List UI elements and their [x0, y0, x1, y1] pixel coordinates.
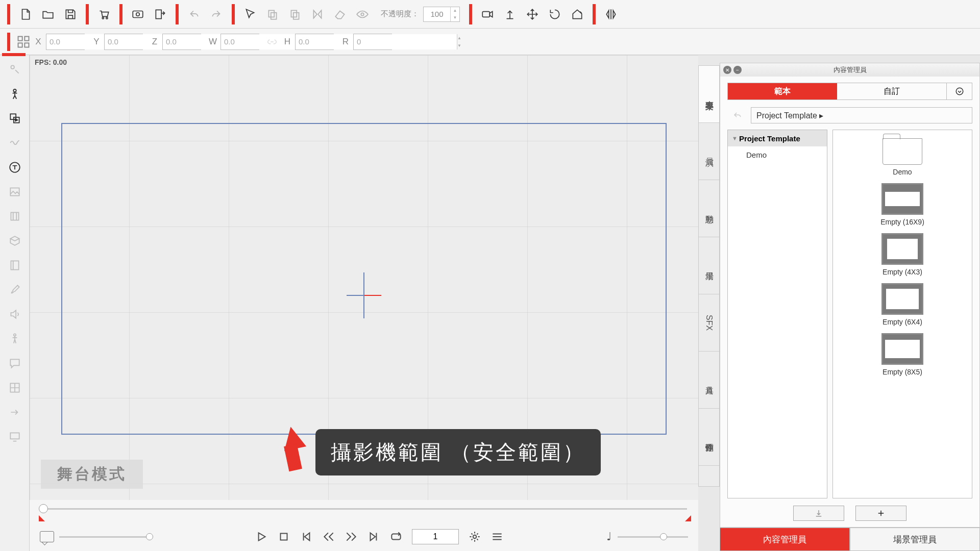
download-button[interactable]	[793, 506, 844, 521]
speaker-icon	[5, 304, 25, 324]
chat-bubble-icon[interactable]	[40, 531, 54, 542]
frame-input[interactable]	[412, 529, 459, 544]
tab-more-button[interactable]	[946, 83, 972, 99]
svg-point-27	[473, 535, 477, 539]
grid-icon	[5, 378, 25, 398]
export-button[interactable]	[149, 3, 172, 26]
tab-template[interactable]: 範本	[728, 83, 837, 99]
close-panel-icon[interactable]: ✕	[723, 66, 731, 74]
opacity-input[interactable]: ▲▼	[423, 7, 460, 22]
tab-actor[interactable]: 演員	[699, 123, 719, 180]
toolbar-separator	[7, 33, 10, 51]
move-button[interactable]	[521, 3, 544, 26]
save-file-button[interactable]	[59, 3, 82, 26]
tree-child-item[interactable]: Demo	[728, 146, 827, 163]
panel-title: 內容管理員	[834, 65, 867, 74]
camera-button[interactable]	[476, 3, 499, 26]
opacity-value[interactable]	[424, 10, 450, 18]
3d-icon	[5, 231, 25, 251]
cart-button[interactable]	[93, 3, 115, 26]
footer-tab-scene[interactable]: 場景管理員	[850, 528, 980, 551]
playbar: ♩	[30, 500, 698, 551]
range-end-marker[interactable]	[685, 515, 691, 521]
coordinate-bar: X▲▼ Y▲▼ Z▲▼ W▲▼ H▲▼ R▲▼	[0, 29, 980, 55]
tab-custom[interactable]: 自訂	[837, 83, 946, 99]
grid-icon[interactable]	[16, 35, 31, 49]
frame-number[interactable]	[412, 530, 458, 544]
coord-r-field: R▲▼	[341, 34, 392, 50]
svg-rect-11	[24, 36, 29, 40]
render-button[interactable]	[127, 3, 149, 26]
tab-props[interactable]: 道具	[699, 352, 719, 409]
breadcrumb-path[interactable]: Project Template ▸	[751, 107, 972, 123]
thumb-8x5[interactable]: Empty (8X5)	[881, 333, 923, 376]
thumb-6x4[interactable]: Empty (6X4)	[881, 283, 923, 326]
redo-button[interactable]	[205, 3, 228, 26]
first-frame-button[interactable]	[300, 530, 313, 543]
thumb-label: Empty (4X3)	[883, 268, 922, 276]
minimize-panel-icon[interactable]: −	[733, 66, 742, 74]
tab-sfx[interactable]: SFX	[699, 294, 719, 352]
rotate-button[interactable]	[544, 3, 566, 26]
range-start-marker[interactable]	[39, 515, 45, 521]
last-frame-button[interactable]	[367, 530, 380, 543]
scrub-handle[interactable]	[39, 504, 48, 513]
text-tool-icon[interactable]	[5, 157, 25, 178]
coord-r-input[interactable]	[354, 34, 457, 49]
svg-rect-2	[133, 11, 143, 17]
stop-button[interactable]	[277, 530, 290, 543]
prev-frame-button[interactable]	[322, 530, 335, 543]
svg-rect-12	[18, 43, 22, 47]
chat-icon	[5, 353, 25, 373]
tab-project[interactable]: 專案	[699, 66, 719, 123]
scrub-track[interactable]	[41, 508, 687, 510]
thumbnail-list: Demo Empty (16X9) Empty (4X3) Empty (6X4…	[832, 130, 972, 498]
zoom-slider[interactable]	[59, 536, 152, 538]
thumb-4x3[interactable]: Empty (4X3)	[881, 233, 923, 276]
settings-button[interactable]	[468, 530, 481, 543]
svg-rect-13	[24, 43, 29, 47]
toolbar-separator	[469, 4, 472, 24]
thumb-16x9[interactable]: Empty (16X9)	[880, 183, 924, 226]
svg-point-0	[102, 17, 104, 18]
tab-scene[interactable]: 場景	[699, 237, 719, 294]
opacity-stepper[interactable]: ▲▼	[450, 7, 459, 21]
breadcrumb-back-icon[interactable]	[727, 108, 747, 123]
link-icon[interactable]	[266, 36, 278, 47]
list-button[interactable]	[491, 530, 504, 543]
next-frame-button[interactable]	[345, 530, 358, 543]
tab-motion[interactable]: 動態	[699, 180, 719, 237]
thumb-demo[interactable]: Demo	[883, 138, 922, 176]
volume-slider[interactable]	[618, 536, 688, 538]
coord-y-field: Y▲▼	[92, 34, 143, 50]
mirror-button[interactable]	[600, 3, 622, 26]
callout-arrow-icon	[279, 427, 307, 478]
pose-icon	[5, 329, 25, 349]
svg-point-8	[361, 13, 363, 15]
svg-rect-7	[293, 12, 299, 19]
panel-footer-buttons	[720, 506, 979, 527]
play-button[interactable]	[255, 530, 268, 543]
timeline-scrubber[interactable]	[30, 500, 698, 522]
home-button[interactable]	[566, 3, 589, 26]
fps-readout: FPS: 0.00	[35, 58, 67, 66]
character-icon[interactable]	[5, 84, 25, 104]
tools-icon	[5, 59, 25, 80]
svg-rect-10	[18, 36, 22, 40]
media-icon[interactable]	[5, 108, 25, 129]
thumb-label: Empty (6X4)	[883, 318, 922, 326]
select-tool-button[interactable]	[239, 3, 261, 26]
tab-spring[interactable]: 彈性動作	[699, 409, 719, 466]
tree-root-item[interactable]: ▼Project Template	[728, 130, 827, 146]
up-axis-button[interactable]	[499, 3, 521, 26]
loop-button[interactable]	[389, 530, 403, 543]
new-file-button[interactable]	[14, 3, 37, 26]
panel-tab-row: 範本 自訂	[727, 83, 972, 100]
undo-button[interactable]	[183, 3, 205, 26]
open-file-button[interactable]	[37, 3, 59, 26]
footer-tabs: 內容管理員 場景管理員	[720, 528, 980, 551]
add-button[interactable]	[855, 506, 906, 521]
copy-button	[261, 3, 284, 26]
stage-viewport[interactable]: FPS: 0.00 舞台模式 攝影機範圍 （安全範圍）	[30, 55, 698, 500]
footer-tab-content[interactable]: 內容管理員	[720, 528, 850, 551]
